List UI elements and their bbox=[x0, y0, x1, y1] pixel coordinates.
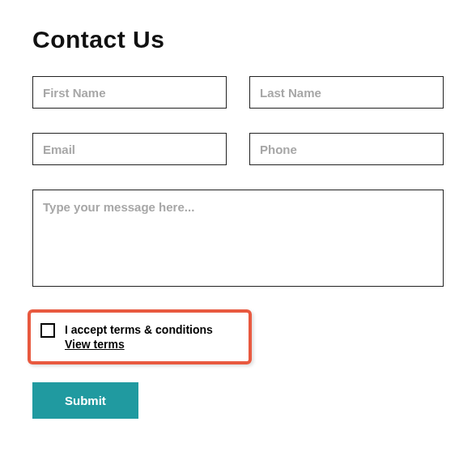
view-terms-link[interactable]: View terms bbox=[65, 337, 125, 352]
page-title: Contact Us bbox=[32, 26, 444, 53]
terms-text: I accept terms & conditions View terms bbox=[65, 322, 213, 352]
terms-highlight-box: I accept terms & conditions View terms bbox=[28, 309, 252, 364]
submit-button[interactable]: Submit bbox=[32, 382, 138, 419]
last-name-field[interactable] bbox=[249, 76, 444, 109]
name-row bbox=[32, 76, 444, 109]
terms-label: I accept terms & conditions bbox=[65, 323, 213, 336]
email-field[interactable] bbox=[32, 133, 227, 165]
contact-row bbox=[32, 133, 444, 165]
first-name-field[interactable] bbox=[32, 76, 227, 109]
phone-field[interactable] bbox=[249, 133, 444, 165]
message-field[interactable] bbox=[32, 190, 444, 287]
terms-checkbox[interactable] bbox=[40, 323, 55, 338]
